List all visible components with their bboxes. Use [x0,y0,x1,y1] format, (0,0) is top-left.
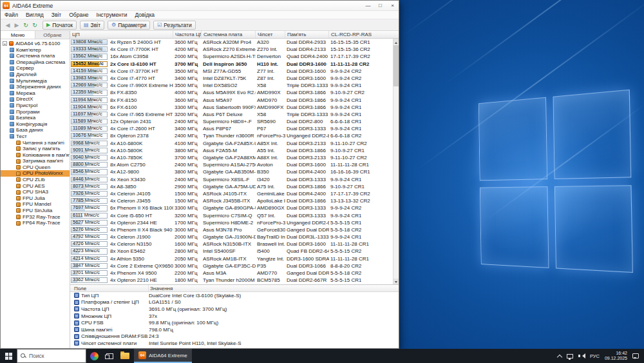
preferences-button[interactable]: ⚙ Параметри [108,21,150,30]
result-row[interactable]: 11589 Мпкс/с 12x Opteron 2431 2400 МГц S… [70,118,393,125]
column-frequency[interactable]: Частота ЦП [173,31,202,38]
taskbar-clock[interactable]: 16:42 09.12.2025 [605,351,627,361]
sidebar-item[interactable]: Мережа [1,90,70,97]
result-row[interactable]: 4223 Мпкс/с 8x Xeon E5462 2800 МГц Intel… [70,248,393,255]
result-row[interactable]: 4214 Мпкс/с 4x Athlon 5350 2050 МГц ASRo… [70,255,393,262]
field-row[interactable]: Частота ЦП 3691.0 МГц (оригінал: 3700 МГ… [70,306,399,313]
column-timings[interactable]: CL-RCD-RP-RAS [329,31,399,38]
benchmark-item[interactable]: FP32 Ray-Trace [1,214,70,221]
sidebar-item[interactable]: Комп'ютер [1,47,70,54]
notification-center-icon[interactable] [632,353,639,358]
field-row[interactable]: Співвідношення DRAM:FSB 24:3 [70,333,399,340]
sidebar-item[interactable]: Пристрої [1,103,70,109]
sidebar-item[interactable]: Безпека [1,115,70,121]
menu-item[interactable]: Довідка [131,12,158,18]
result-row[interactable]: 8073 Мпкс/с 4x A8-3850 2900 МГц Gigabyte… [70,183,393,190]
result-row[interactable]: 11089 Мпкс/с 4x Core i7-2600 HT 3400 МГц… [70,125,393,132]
result-row[interactable]: 5276 Мпкс/с 4x Phenom II X4 Black 940 30… [70,226,393,233]
maximize-button[interactable]: □ [374,1,386,10]
field-row[interactable]: Чіпсет системної плати Intel Sunrise Poi… [70,340,399,347]
start-button[interactable] [0,349,17,363]
benchmark-item[interactable]: CPU ZLib [1,177,70,183]
benchmark-item[interactable]: CPU AES [1,183,70,190]
report-button[interactable]: ▤ Звіт [80,21,104,30]
menu-item[interactable]: Файл [1,12,22,18]
result-row[interactable]: 6111 Мпкс/с 4x Core i5-650 HT 3200 МГц S… [70,212,393,219]
benchmark-item[interactable]: CPU SHA3 [1,189,70,195]
result-row[interactable]: 15452 Мпкс/с 2x Core i3-6100 HT 3700 МГц… [70,61,393,68]
tab-menu[interactable]: Меню [1,31,35,39]
menu-item[interactable]: Обране [65,12,92,18]
menu-item[interactable]: Вигляд [22,12,48,18]
menu-item[interactable]: Інструменти [93,12,131,18]
refresh-icon[interactable]: ↻ [21,22,30,28]
file-explorer-button[interactable] [117,349,133,363]
result-row[interactable]: 8546 Мпкс/с 4x A12-9800 3800 МГц Gigabyt… [70,168,393,175]
collapse-icon[interactable] [3,41,7,46]
benchmark-item[interactable]: CPU PhotoWorxx [1,170,70,177]
sidebar-item[interactable]: Сервер [1,65,70,72]
result-row[interactable]: 3362 Мпкс/с 4x Opteron 2210 HE 1800 МГц … [70,277,393,284]
benchmark-item[interactable]: FP64 Ray-Trace [1,220,70,226]
vertical-scrollbar[interactable] [393,39,399,284]
sidebar-item[interactable]: База даних [1,127,70,133]
result-row[interactable]: 5627 Мпкс/с 4x Opteron 2344 HE 1700 МГц … [70,219,393,226]
column-field[interactable]: Поле [70,285,149,291]
volume-icon[interactable] [578,353,585,359]
language-indicator[interactable]: РУС [590,353,600,359]
column-memory[interactable]: Пам'ять [285,31,329,38]
result-row[interactable]: 15562 Мпкс/с 16x Atom C3958 2000 МГц Sup… [70,53,393,60]
result-row[interactable]: 19808 Мпкс/с 4x Ryzen 5 2400G HT 3600 МГ… [70,39,393,46]
back-icon[interactable]: ◀ [3,22,12,28]
sidebar-item[interactable]: Програми [1,109,70,115]
close-button[interactable]: × [386,1,399,10]
result-row[interactable]: 7926 Мпкс/с 4x Celeron J4105 1500 МГц AS… [70,190,393,197]
forward-icon[interactable]: ▶ [12,22,21,28]
result-row[interactable]: 19333 Мпкс/с 4x Core i7-7700K HT 4200 МГ… [70,46,393,53]
result-row[interactable]: 7697 Мпкс/с 6x Phenom II X6 Black 1100T … [70,204,393,211]
network-icon[interactable] [567,354,573,358]
result-row[interactable]: 11994 Мпкс/с 8x FX-8150 3600 МГц Asus M5… [70,97,393,104]
task-view-button[interactable] [102,349,117,363]
scroll-down-button[interactable] [393,279,399,284]
benchmark-item[interactable]: Читання з пам'яті [1,140,70,146]
benchmark-item[interactable]: FPU Mandel [1,201,70,208]
result-row[interactable]: 9040 Мпкс/с 4x A10-7850K 3700 МГц Gigaby… [70,154,393,161]
sidebar-item[interactable]: Операційна система [1,59,70,66]
minimize-button[interactable]: — [362,1,374,10]
reload-icon[interactable]: ↻ [30,22,39,28]
benchmark-item[interactable]: FPU SinJulia [1,208,70,214]
result-row[interactable]: 3701 Мпкс/с 4x Phenom X4 9500 2200 МГц A… [70,270,393,277]
field-row[interactable]: Множник ЦП 37x [70,313,399,320]
menu-item[interactable]: Звіт [48,12,65,18]
results-button[interactable]: ☑ Результати [153,21,196,30]
result-row[interactable]: 4792 Мпкс/с 4x Celeron J1900 2000 МГц Gi… [70,233,393,240]
result-row[interactable]: 9091 Мпкс/с 4x A10-5800K 3800 МГц Asus F… [70,147,393,154]
column-motherboard[interactable]: Системна плата [202,31,256,38]
result-row[interactable]: 11697 Мпкс/с 4x Core i7-965 Extreme HT 3… [70,111,393,118]
sidebar-item[interactable]: Дисплей [1,72,70,78]
field-row[interactable]: Тип ЦП DualCore Intel Core i3-6100 (Skyl… [70,292,399,299]
start-benchmark-button[interactable]: ▶ Початок [43,21,77,30]
results-header[interactable]: ЦП Частота ЦП Системна плата Чіпсет Пам'… [70,31,399,39]
taskbar-search[interactable]: Поиск [17,349,86,363]
field-row[interactable]: Шина пам'яті 798.0 МГц [70,326,399,333]
sidebar-item[interactable]: Конфігурація [1,121,70,128]
result-row[interactable]: 9968 Мпкс/с 4x A10-6800K 4100 МГц Gigaby… [70,140,393,147]
scrollbar-thumb[interactable] [393,45,399,86]
tree-root[interactable]: AIDA64 v6.75.6100 [1,41,70,47]
title-bar[interactable]: 64 AIDA64 Extreme — □ × [1,1,399,11]
result-row[interactable]: 13983 Мпкс/с 4x Core i7-4770 HT 3400 МГц… [70,75,393,82]
benchmark-item[interactable]: FPU Julia [1,195,70,202]
cortana-button[interactable] [86,349,102,363]
result-row[interactable]: 7785 Мпкс/с 4x Celeron J3455 1500 МГц AS… [70,197,393,204]
benchmark-item[interactable]: Копіювання в пам'яті [1,152,70,159]
scroll-up-button[interactable] [393,39,399,44]
result-row[interactable]: 12969 Мпкс/с 4x Core i7-990X Extreme HT … [70,82,393,89]
sidebar-item[interactable]: DirectX [1,96,70,103]
result-row[interactable]: 8446 Мпкс/с 4x Xeon X3430 2400 МГц Super… [70,176,393,183]
tab-favorites[interactable]: Обране [35,31,70,39]
field-row[interactable]: CPU FSB 99.8 МГц (оригінал: 100 МГц) [70,319,399,326]
aida64-taskbar-button[interactable]: 64 AIDA64 Extreme [134,349,192,363]
result-row[interactable]: 14159 Мпкс/с 4x Core i7-3770K HT 3500 МГ… [70,68,393,75]
